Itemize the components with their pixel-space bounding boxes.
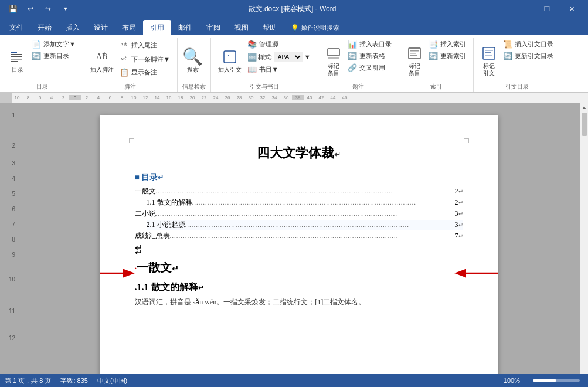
close-button[interactable]: ✕ — [560, 1, 583, 17]
zoom-level: 100% — [504, 377, 520, 384]
insert-caption-button[interactable]: 标记条目 — [323, 44, 344, 78]
line-7: 7 — [0, 218, 15, 231]
toc-dots-5: ........................................… — [170, 232, 455, 239]
citation-style-select[interactable]: APA MLA Chicago — [274, 52, 303, 62]
insert-citation-button[interactable]: " 插入引文 — [216, 47, 244, 74]
bibliography-button[interactable]: 📖 书目▼ — [245, 64, 313, 75]
svg-rect-14 — [328, 57, 339, 59]
doc-paragraph: 汉语词汇，拼音是 sǎn wén。一指文采焕发；二指统行文；[1]二指文体名。 — [135, 296, 463, 308]
toc-item-4[interactable]: 2.1 小说起源 ...............................… — [147, 220, 463, 230]
insert-table-figures-button[interactable]: 📊 插入表目录 — [345, 39, 394, 50]
tab-search-operations[interactable]: 💡操作说明搜索 — [284, 20, 346, 35]
tab-references[interactable]: 引用 — [143, 20, 171, 35]
update-toc-button[interactable]: 🔄 更新目录 — [29, 50, 78, 62]
insert-endnote-button[interactable]: AB1 插入尾注 — [117, 39, 172, 52]
tab-insert[interactable]: 插入 — [59, 20, 87, 35]
redo-icon[interactable]: ↪ — [40, 1, 56, 17]
tab-view[interactable]: 视图 — [227, 20, 256, 35]
svg-rect-17 — [410, 53, 416, 54]
bibliography-icon: 📖 — [247, 65, 257, 74]
svg-rect-1 — [11, 54, 22, 55]
save-icon[interactable]: 💾 — [5, 1, 21, 17]
tab-help[interactable]: 帮助 — [256, 20, 284, 35]
manage-sources-button[interactable]: 📚 管理源 — [245, 39, 313, 50]
lightbulb-icon: 💡 — [291, 24, 299, 32]
svg-rect-20 — [485, 50, 493, 51]
line-9: 9 — [0, 249, 15, 262]
language: 中文(中国) — [97, 376, 127, 385]
zoom-slider[interactable] — [533, 379, 580, 382]
index-sub-buttons: 📑 插入索引 🔄 更新索引 — [426, 39, 468, 62]
svg-rect-11 — [224, 51, 236, 63]
toc-dots-3: ........................................… — [156, 210, 455, 217]
next-footnote-button[interactable]: AB1 下一条脚注▼ — [117, 53, 172, 66]
ribbon-group-toc: 目录 📄 添加文字▼ 🔄 更新目录 目录 — [2, 38, 83, 92]
window-controls[interactable]: ─ ❐ ✕ — [511, 1, 583, 17]
search-label: 搜索 — [187, 66, 199, 73]
minimize-button[interactable]: ─ — [511, 1, 534, 17]
undo-icon[interactable]: ↩ — [22, 1, 39, 17]
update-index-button[interactable]: 🔄 更新索引 — [426, 50, 468, 62]
line-8: 8 — [0, 233, 15, 246]
tab-review[interactable]: 审阅 — [199, 20, 227, 35]
ruler: 10 8 6 4 2 0 2 4 6 8 10 12 14 16 18 20 2… — [0, 93, 588, 103]
section1-text: 一散文 — [137, 261, 172, 274]
tab-design[interactable]: 设计 — [87, 20, 115, 35]
citation-icon: " — [222, 49, 238, 65]
line-5: 5 — [0, 188, 15, 201]
manage-sources-icon: 📚 — [247, 40, 257, 49]
toc-item-3[interactable]: 二小说 ....................................… — [135, 209, 463, 219]
add-text-button[interactable]: 📄 添加文字▼ — [29, 39, 78, 50]
scrollbar[interactable]: ▲ — [580, 103, 588, 387]
insert-authorities-button[interactable]: 标记引文 — [478, 44, 499, 78]
ribbon-group-citations: " 插入引文 📚 管理源 🔤 样式: APA MLA Chicago — [211, 38, 318, 92]
toc-arrow-1: ↵ — [458, 188, 463, 195]
toc-item-label-1: 一般文 — [135, 186, 156, 196]
update-table-button[interactable]: 🔄 更新表格 — [345, 50, 394, 62]
index-group-label: 索引 — [404, 83, 468, 92]
ribbon-content: 目录 📄 添加文字▼ 🔄 更新目录 目录 AB 1 — [0, 35, 588, 93]
search-group-label: 信息检索 — [182, 83, 206, 92]
tab-home[interactable]: 开始 — [30, 20, 59, 35]
tab-layout[interactable]: 布局 — [115, 20, 143, 35]
customize-icon[interactable]: ▼ — [57, 1, 74, 17]
insert-index-entry-button[interactable]: 📑 插入索引 — [426, 39, 468, 50]
line-1: 1 — [0, 109, 15, 122]
page-count: 第 1 页，共 8 页 — [5, 376, 51, 385]
style-icon: 🔤 — [247, 53, 257, 62]
quick-access-toolbar[interactable]: 💾 ↩ ↪ ▼ — [5, 1, 74, 17]
toc-arrow-2: ↵ — [458, 199, 463, 206]
toc-item-2[interactable]: 1.1 散文的解释 ..............................… — [147, 198, 463, 208]
insert-index-button[interactable]: 标记条目 — [404, 44, 425, 78]
insert-footnote-button[interactable]: AB 1 插入脚注 — [88, 47, 116, 74]
cross-reference-button[interactable]: 🔗 交叉引用 — [345, 62, 394, 73]
scroll-up-button[interactable]: ▲ — [580, 103, 589, 111]
section1-arrow: ↵ — [172, 264, 179, 273]
section11-text: .1.1 散文的解释 — [135, 282, 198, 292]
authorities-label: 标记引文 — [483, 63, 495, 77]
style-row[interactable]: 🔤 样式: APA MLA Chicago ▼ — [245, 50, 313, 63]
insert-toc-button[interactable]: 目录 — [7, 47, 28, 74]
insert-citation-label: 插入引文 — [218, 66, 242, 73]
citations-index-group-label: 引文目录 — [478, 83, 556, 92]
update-table-authorities-button[interactable]: 🔄 更新引文目录 — [501, 50, 556, 62]
ribbon-group-citations-index: 标记引文 📜 插入引文目录 🔄 更新引文目录 引文目录 — [474, 38, 560, 92]
show-notes-button[interactable]: 📋 显示备注 — [117, 67, 172, 78]
toc-item-label-5: 成绩汇总表 — [135, 231, 170, 241]
scroll-thumb[interactable] — [582, 113, 587, 136]
tab-mailings[interactable]: 邮件 — [171, 20, 199, 35]
search-button[interactable]: 🔍 搜索 — [182, 47, 203, 74]
insert-footnote-label: 插入脚注 — [90, 66, 114, 73]
table-authorities-icon: 📜 — [503, 40, 512, 49]
svg-text:1: 1 — [125, 55, 127, 59]
restore-button[interactable]: ❐ — [535, 1, 559, 17]
insert-table-authorities-button[interactable]: 📜 插入引文目录 — [501, 39, 556, 50]
svg-rect-16 — [410, 50, 419, 52]
svg-text:1: 1 — [103, 52, 106, 57]
document-area[interactable]: 四大文学体裁↵ ■ 目录↵ 一般文 ......................… — [18, 103, 580, 387]
toc-item-1[interactable]: 一般文 ....................................… — [135, 186, 463, 196]
tab-file[interactable]: 文件 — [2, 20, 30, 35]
status-bar: 第 1 页，共 8 页 字数: 835 中文(中国) 100% — [0, 374, 588, 387]
toc-item-5[interactable]: 成绩汇总表 ..................................… — [135, 231, 463, 241]
document-page[interactable]: 四大文学体裁↵ ■ 目录↵ 一般文 ......................… — [100, 115, 498, 387]
